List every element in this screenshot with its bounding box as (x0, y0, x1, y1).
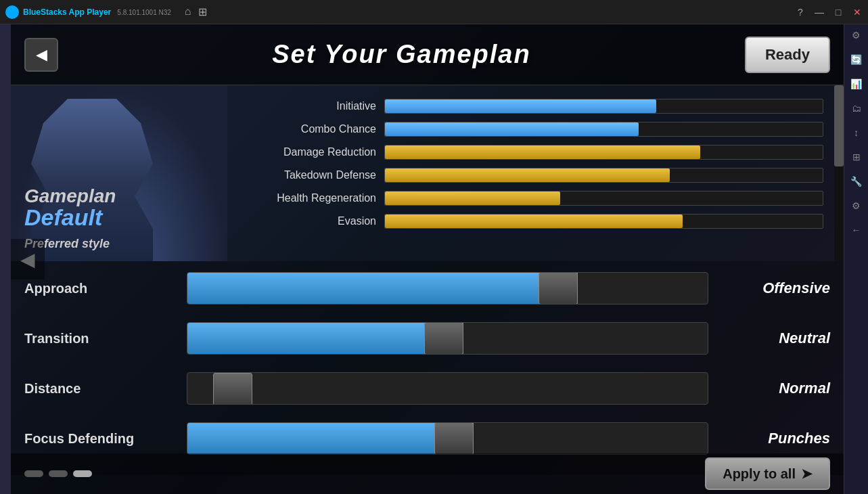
stat-bar-container (384, 99, 823, 114)
stat-label: Takedown Defense (241, 169, 376, 181)
settings-icon[interactable]: ⚙ (850, 30, 863, 43)
slider-handle[interactable] (424, 322, 463, 355)
slider-row: Transition Neutral (24, 318, 830, 359)
character-background: Gameplan Default Preferred style (11, 85, 227, 261)
stat-bar-container (384, 168, 823, 183)
page-title: Set Your Gameplan (272, 40, 530, 69)
right-sidebar: ⚙🔄📊🗂↕⊞🔧⚙← (844, 24, 868, 494)
main-container: ◀ Set Your Gameplan Ready Gameplan Defau… (0, 24, 868, 494)
stat-bar-fill (385, 122, 639, 136)
back-button[interactable]: ◀ (24, 38, 58, 72)
slider-value: Punches (708, 430, 830, 447)
window-controls: ? — □ ✕ (795, 7, 863, 18)
slider-name: Distance (24, 381, 187, 397)
nav-arrow-left[interactable]: ◀ (11, 239, 45, 279)
slider-name: Transition (24, 331, 187, 346)
grid-icon[interactable]: ⊞ (850, 152, 863, 165)
gameplan-default-label: Default (24, 204, 102, 231)
stat-label: Combo Chance (241, 123, 376, 135)
multi-nav-icon[interactable]: ⊞ (198, 5, 207, 18)
slider-track[interactable] (187, 272, 708, 305)
slider-track[interactable] (187, 372, 708, 405)
scroll-bar[interactable] (834, 85, 844, 261)
slider-handle[interactable] (434, 422, 474, 455)
pagination-dots (24, 470, 92, 477)
slider-row: Approach Offensive (24, 268, 830, 309)
apply-label: Apply to all (723, 466, 796, 482)
stat-bar-fill (385, 169, 670, 182)
bluestacks-icon (5, 5, 19, 19)
chart-icon[interactable]: 📊 (850, 78, 863, 92)
stats-panel: Initiative Combo Chance Damage Reduction… (227, 85, 844, 261)
home-nav-icon[interactable]: ⌂ (185, 5, 191, 18)
slider-handle[interactable] (539, 272, 578, 305)
slider-track[interactable] (187, 322, 708, 355)
game-content: ◀ Set Your Gameplan Ready Gameplan Defau… (11, 24, 844, 494)
close-button[interactable]: ✕ (852, 7, 863, 18)
nav-icons: ⌂ ⊞ (185, 5, 207, 18)
gear-icon[interactable]: ⚙ (850, 200, 863, 214)
sliders-area: Approach Offensive Transition Neutral Di… (11, 261, 844, 475)
left-sidebar (0, 24, 11, 494)
slider-name: Focus Defending (24, 431, 187, 447)
character-portrait: Gameplan Default Preferred style (11, 85, 227, 261)
stat-row: Damage Reduction (241, 145, 823, 160)
slider-value: Offensive (708, 279, 830, 297)
character-stats-area: Gameplan Default Preferred style Initiat… (11, 85, 844, 261)
slider-value: Neutral (708, 330, 830, 347)
restore-button[interactable]: □ (833, 7, 844, 18)
stat-bar-container (384, 214, 823, 229)
stat-row: Takedown Defense (241, 168, 823, 183)
pagination-dot[interactable] (49, 470, 68, 477)
title-bar: BlueStacks App Player 5.8.101.1001 N32 ⌂… (0, 0, 868, 24)
stat-label: Initiative (241, 100, 376, 112)
app-name: BlueStacks App Player (23, 7, 111, 17)
scroll-thumb[interactable] (834, 85, 844, 166)
slider-row: Focus Defending Punches (24, 418, 830, 459)
resize-icon[interactable]: ↕ (850, 127, 863, 141)
ready-button[interactable]: Ready (745, 37, 830, 73)
apply-to-all-button[interactable]: Apply to all ➤ (705, 457, 830, 490)
stat-label: Damage Reduction (241, 146, 376, 158)
stat-label: Evasion (241, 215, 376, 227)
stat-row: Health Regeneration (241, 191, 823, 206)
slider-name: Approach (24, 281, 187, 296)
stat-bar-container (384, 191, 823, 206)
stat-row: Combo Chance (241, 122, 823, 137)
arrow-right-icon: ➤ (801, 466, 813, 482)
minimize-button[interactable]: — (814, 7, 825, 18)
tool-icon[interactable]: 🔧 (850, 176, 863, 189)
app-logo: BlueStacks App Player 5.8.101.1001 N32 (5, 5, 171, 19)
stat-bar-fill (385, 99, 656, 113)
stat-row: Initiative (241, 99, 823, 114)
stat-bar-fill (385, 145, 700, 159)
help-button[interactable]: ? (795, 7, 806, 18)
slider-row: Distance Normal (24, 368, 830, 409)
slider-track[interactable] (187, 422, 708, 455)
pagination-dot[interactable] (24, 470, 43, 477)
pagination-dot[interactable] (73, 470, 92, 477)
bottom-area: Apply to all ➤ (11, 453, 844, 494)
stat-label: Health Regeneration (241, 192, 376, 204)
back-icon[interactable]: ← (850, 225, 863, 238)
stat-bar-fill (385, 192, 560, 205)
slider-handle[interactable] (213, 373, 252, 405)
layers-icon[interactable]: 🗂 (850, 103, 863, 116)
stat-row: Evasion (241, 214, 823, 229)
refresh-icon[interactable]: 🔄 (850, 54, 863, 68)
stat-bar-container (384, 122, 823, 137)
stat-bar-container (384, 145, 823, 160)
slider-value: Normal (708, 380, 830, 397)
stat-bar-fill (385, 215, 683, 228)
game-header: ◀ Set Your Gameplan Ready (11, 24, 844, 85)
app-version: 5.8.101.1001 N32 (117, 9, 171, 16)
